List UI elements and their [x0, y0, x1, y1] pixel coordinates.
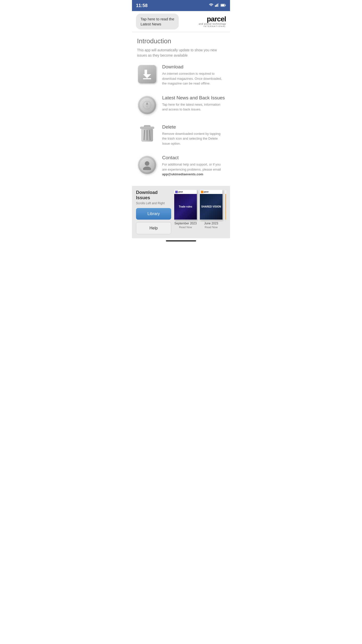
person-icon-wrapper [137, 155, 157, 175]
svg-rect-5 [221, 4, 224, 6]
magazine-item-jun2023[interactable]: parcel SHARED VISION June 2023 Read Now [200, 190, 222, 229]
delete-description: Remove downloaded content by tapping the… [162, 131, 225, 146]
magazine-cover-mar2023: parcel INSETTING [225, 190, 226, 220]
feature-download: Download An internet connection is requi… [137, 64, 225, 86]
compass-icon [138, 96, 156, 114]
magazine-date-jun2023: June 2023 [200, 222, 222, 225]
battery-icon [220, 3, 226, 8]
download-icon [138, 65, 156, 83]
contact-email: app@ukimediaevents.com [162, 172, 203, 176]
download-issues-title: Download Issues [136, 190, 171, 200]
svg-rect-2 [217, 4, 218, 7]
status-time: 11:58 [136, 3, 148, 8]
delete-feature-text: Delete Remove downloaded content by tapp… [162, 124, 225, 146]
svg-rect-7 [145, 70, 147, 75]
magazine-cover-sep2023: parcel Trade rules [174, 190, 197, 220]
svg-point-19 [145, 161, 149, 166]
app-logo: parcel and postal technology INTERNATION… [199, 16, 226, 27]
svg-rect-0 [215, 5, 216, 7]
svg-rect-3 [218, 3, 219, 7]
svg-rect-9 [143, 78, 151, 79]
feature-latest-news: Latest News and Back Issues Tap here for… [137, 95, 225, 115]
help-button[interactable]: Help [136, 222, 171, 234]
magazine-date-sep2023: September 2023 [174, 222, 197, 225]
logo-intl-text: INTERNATIONAL [199, 25, 226, 27]
svg-marker-12 [146, 105, 148, 108]
bottom-section: Download Issues Scrolls Left and Right L… [132, 186, 230, 238]
magazine-read-sep2023: Read Now [174, 226, 197, 229]
latest-news-description: Tap here for the latest news, informatio… [162, 102, 225, 112]
latest-news-feature-text: Latest News and Back Issues Tap here for… [162, 95, 225, 112]
scrolls-hint: Scrolls Left and Right [136, 202, 171, 205]
magazine-cover-jun2023: parcel SHARED VISION [200, 190, 222, 220]
delete-title: Delete [162, 124, 225, 130]
latest-news-title: Latest News and Back Issues [162, 95, 225, 101]
contact-title: Contact [162, 155, 225, 160]
person-icon [138, 156, 156, 174]
contact-feature-text: Contact For additional help and support,… [162, 155, 225, 177]
download-title: Download [162, 64, 225, 70]
feature-contact: Contact For additional help and support,… [137, 155, 225, 177]
download-description: An internet connection is required to do… [162, 71, 225, 86]
mag-color-accent [201, 191, 203, 193]
contact-description: For additional help and support, or if y… [162, 162, 225, 177]
download-feature-text: Download An internet connection is requi… [162, 64, 225, 86]
svg-rect-14 [140, 127, 154, 129]
main-content: Introduction This app will automatically… [132, 32, 230, 177]
library-button[interactable]: Library [136, 208, 171, 220]
news-button[interactable]: Tap here to read the Latest News [136, 14, 179, 29]
svg-marker-8 [143, 74, 151, 78]
status-bar: 11:58 [132, 0, 230, 11]
mag-color-accent [175, 191, 178, 193]
magazine-date-mar2023: March 202 [225, 222, 226, 225]
feature-delete: Delete Remove downloaded content by tapp… [137, 124, 225, 146]
intro-title: Introduction [137, 37, 225, 45]
compass-icon-wrapper [137, 95, 157, 115]
bottom-left-panel: Download Issues Scrolls Left and Right L… [136, 190, 171, 234]
download-icon-wrapper [137, 64, 157, 84]
magazines-scroll: parcel Trade rules September 2023 Read N… [174, 190, 226, 229]
magazine-item-sep2023[interactable]: parcel Trade rules September 2023 Read N… [174, 190, 197, 229]
home-bar [166, 240, 196, 242]
app-header: Tap here to read the Latest News parcel … [132, 11, 230, 32]
logo-main-text: parcel [199, 16, 226, 23]
svg-line-18 [150, 130, 150, 140]
svg-line-16 [144, 130, 145, 140]
intro-description: This app will automatically update to sh… [137, 48, 225, 58]
home-indicator [132, 238, 230, 244]
svg-point-20 [143, 167, 151, 170]
trash-icon [139, 125, 155, 144]
svg-rect-1 [216, 5, 217, 7]
svg-marker-11 [146, 102, 148, 105]
wifi-icon [209, 3, 213, 8]
signal-icon [215, 3, 219, 8]
logo-sub-text: and postal technology [199, 23, 226, 25]
svg-rect-6 [225, 5, 226, 6]
trash-icon-wrapper [137, 124, 157, 144]
magazine-read-mar2023: Read Now [225, 225, 226, 228]
magazine-item-mar2023[interactable]: parcel INSETTING March 202 Read Now [225, 190, 226, 229]
magazine-read-jun2023: Read Now [200, 226, 222, 229]
status-icons [209, 3, 226, 8]
